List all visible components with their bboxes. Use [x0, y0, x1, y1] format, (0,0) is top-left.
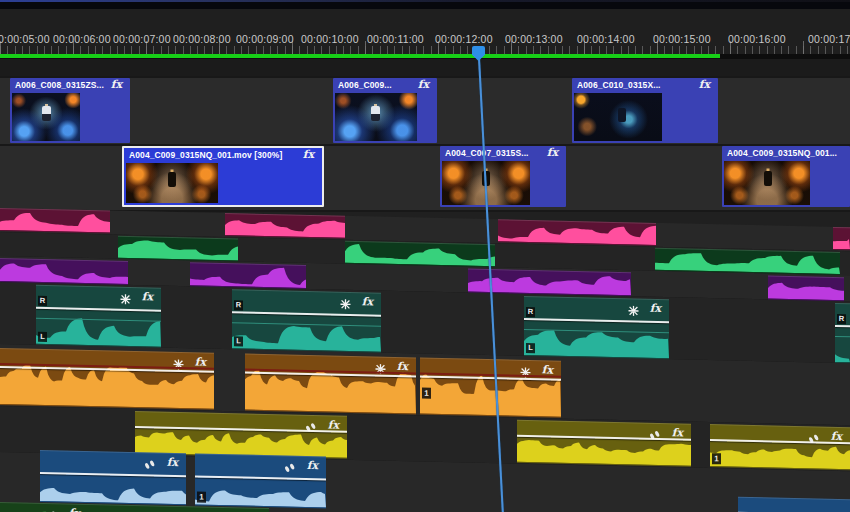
dual-badge-icon — [807, 430, 820, 441]
audio-clip[interactable] — [738, 497, 850, 512]
audio-waveform — [710, 442, 850, 469]
audio-clip[interactable]: fx — [0, 348, 214, 410]
volume-rubber-band[interactable] — [835, 325, 850, 327]
dual-badge-icon — [283, 459, 296, 470]
track-gap — [0, 59, 850, 76]
left-channel-label: L — [526, 343, 535, 353]
star-badge-icon — [628, 302, 639, 313]
left-channel-label: L — [38, 332, 47, 342]
timecode-label: 00:00:05:00 — [0, 33, 50, 45]
fx-badge-icon: fx — [142, 291, 153, 302]
fx-badge-icon: fx — [111, 78, 122, 92]
audio-clip[interactable] — [498, 219, 656, 246]
clip-header: A006_C009...fx — [333, 78, 437, 92]
audio-waveform — [195, 487, 326, 507]
fx-badge-icon: fx — [397, 361, 408, 372]
audio-clip[interactable]: R — [835, 303, 850, 363]
audio-waveform — [345, 242, 495, 266]
clip-header: A004_C009_0315NQ_001... — [722, 146, 850, 160]
audio-waveform — [118, 237, 238, 261]
volume-rubber-band[interactable] — [524, 318, 669, 323]
right-channel-label: R — [234, 301, 243, 311]
channel-1-badge: 1 — [712, 453, 721, 464]
audio-clip[interactable] — [833, 227, 850, 250]
video-clip[interactable]: A006_C008_0315ZS...fx — [10, 78, 130, 143]
star-badge-icon — [375, 361, 386, 372]
panel-top-edge — [0, 0, 850, 9]
timecode-label: 00:00:12:00 — [435, 33, 493, 45]
fx-badge-icon: fx — [362, 296, 373, 307]
star-badge-icon — [173, 356, 184, 367]
audio-waveform — [225, 214, 345, 238]
audio-clip[interactable]: 1fx — [195, 453, 326, 508]
audio-clip[interactable]: fx1 — [710, 424, 850, 470]
timecode-label: 00:00:09:00 — [236, 33, 294, 45]
clip-label: A004_C007_0315S... — [445, 148, 529, 158]
audio-waveform — [768, 277, 844, 300]
timecode-label: 00:00:17:00 — [808, 33, 850, 45]
fx-badge-icon: fx — [672, 427, 683, 438]
video-clip[interactable]: A006_C010_0315X...fx — [572, 78, 718, 143]
fx-badge-icon: fx — [303, 148, 314, 162]
audio-clip[interactable] — [768, 275, 844, 301]
audio-clip[interactable] — [0, 208, 110, 233]
audio-waveform — [833, 228, 850, 249]
volume-rubber-band[interactable] — [232, 311, 381, 316]
audio-clip[interactable] — [468, 269, 631, 297]
fx-badge-icon: fx — [547, 146, 558, 160]
audio-clip[interactable] — [0, 258, 128, 285]
fx-badge-icon: fx — [831, 431, 842, 442]
fx-badge-icon: fx — [542, 364, 553, 375]
timecode-label: 00:00:06:00 — [53, 33, 111, 45]
fx-badge-icon: fx — [650, 303, 661, 314]
audio-clip[interactable]: 1fx — [420, 358, 561, 418]
volume-rubber-band[interactable] — [36, 307, 161, 312]
timecode-label: 00:00:10:00 — [301, 33, 359, 45]
audio-clip[interactable]: fx — [135, 411, 347, 459]
video-clip[interactable]: A006_C009...fx — [333, 78, 437, 143]
audio-waveform — [190, 264, 306, 288]
audio-clip[interactable] — [225, 213, 345, 239]
audio-clip[interactable]: fxRL — [524, 296, 669, 359]
video-clip[interactable]: A004_C009_0315NQ_001.mov [300%]fx — [122, 146, 324, 207]
video-clip[interactable]: A004_C007_0315S...fx — [440, 146, 566, 207]
dual-badge-icon — [143, 456, 156, 467]
audio-clip[interactable] — [655, 248, 840, 275]
fx-badge-icon: fx — [195, 356, 206, 367]
audio-waveform — [0, 260, 128, 284]
clip-thumbnail — [126, 163, 218, 203]
star-badge-icon — [120, 291, 131, 302]
timecode-label: 00:00:15:00 — [653, 33, 711, 45]
dual-badge-icon — [304, 419, 317, 430]
audio-clip[interactable]: fxRL — [36, 285, 161, 348]
video-clip[interactable]: A004_C009_0315NQ_001... — [722, 146, 850, 207]
audio-clip[interactable]: fx — [0, 502, 88, 512]
timecode-label: 00:00:14:00 — [577, 33, 635, 45]
timecode-label: 00:00:07:00 — [113, 33, 171, 45]
audio-clip[interactable] — [118, 236, 238, 262]
audio-clip[interactable]: fx — [40, 450, 186, 505]
audio-clip[interactable]: fxRL — [232, 289, 381, 352]
audio-clip[interactable] — [190, 262, 306, 289]
audio-clip[interactable] — [345, 241, 495, 267]
right-channel-label: R — [837, 314, 846, 324]
clip-header: A004_C007_0315S...fx — [440, 146, 566, 160]
right-channel-label: R — [38, 296, 47, 306]
fx-badge-icon: fx — [418, 78, 429, 92]
audio-waveform — [40, 484, 186, 504]
timecode-label: 00:00:13:00 — [505, 33, 563, 45]
audio-clip[interactable]: fx — [245, 354, 416, 415]
clip-label: A006_C010_0315X... — [577, 80, 661, 90]
timeline-ruler[interactable]: 00:00:05:0000:00:06:0000:00:07:0000:00:0… — [0, 9, 850, 55]
volume-rubber-band[interactable] — [195, 476, 326, 481]
clip-label: A006_C008_0315ZS... — [15, 80, 104, 90]
clip-thumbnail — [12, 93, 80, 141]
audio-waveform — [498, 220, 656, 245]
volume-rubber-band[interactable] — [40, 472, 186, 477]
rendered-segment — [0, 54, 720, 58]
channel-1-badge: 1 — [422, 388, 431, 399]
timecode-label: 00:00:11:00 — [367, 33, 424, 45]
audio-clip[interactable]: fx — [517, 420, 691, 467]
timecode-label: 00:00:16:00 — [728, 33, 786, 45]
audio-tracks-area: fxRLfxRLfxRLRfxfx1fxfxfxfx1fx1fxfx — [0, 208, 850, 512]
